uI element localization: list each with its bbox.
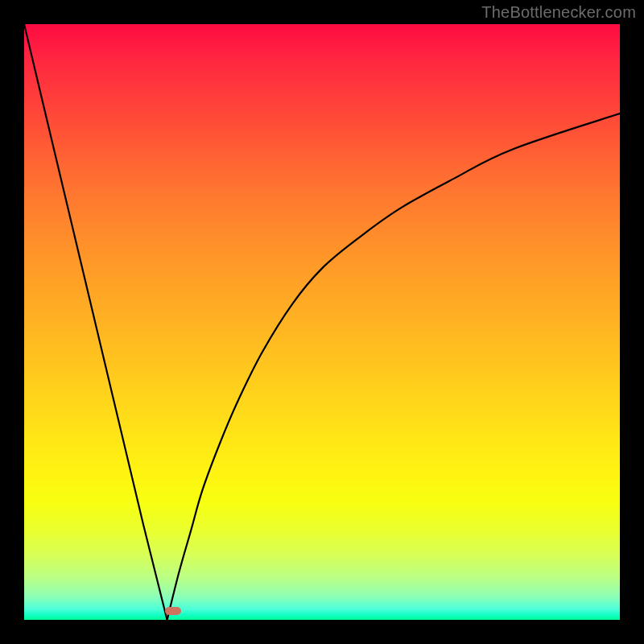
watermark: TheBottlenecker.com — [481, 3, 636, 22]
curve-layer — [24, 24, 620, 620]
curve-right-branch — [167, 114, 620, 620]
minimum-marker — [165, 607, 181, 615]
chart-frame: TheBottlenecker.com — [0, 0, 644, 644]
plot-area — [24, 24, 620, 620]
curve-left-branch — [24, 24, 167, 620]
